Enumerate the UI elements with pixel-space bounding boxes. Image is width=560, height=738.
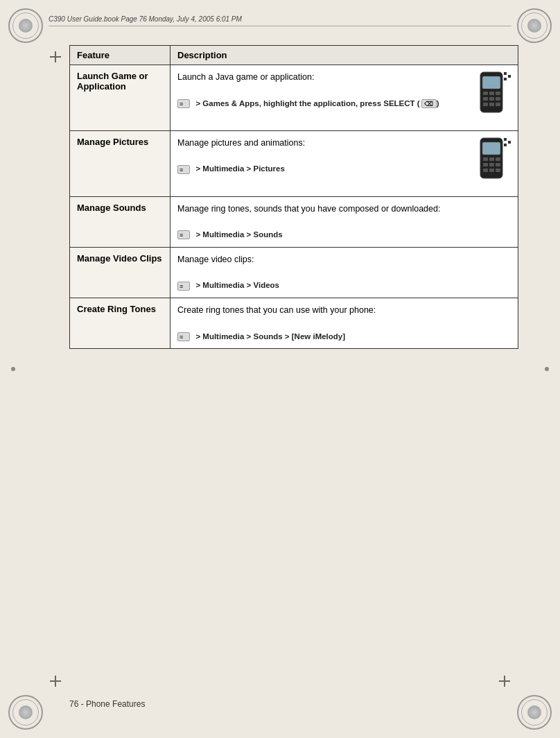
phone-illustration-2 — [475, 137, 511, 191]
svg-rect-23 — [489, 169, 494, 172]
compass-ornament-br — [517, 695, 552, 730]
desc-menu-1: > Games & Apps, highlight the applicatio… — [195, 99, 419, 108]
col-header-feature: Feature — [70, 46, 170, 65]
svg-rect-27 — [504, 144, 507, 146]
svg-rect-15 — [482, 142, 500, 155]
content-area: Feature Description Launch Game or Appli… — [69, 45, 518, 683]
feature-cell-4: Manage Video Clips — [70, 247, 170, 298]
feature-table: Feature Description Launch Game or Appli… — [69, 45, 518, 349]
menu-path-4: > Multimedia > Videos — [177, 281, 279, 289]
svg-rect-17 — [489, 157, 494, 161]
svg-rect-11 — [504, 72, 507, 75]
svg-rect-3 — [489, 92, 494, 95]
page-footer: 76 - Phone Features — [69, 699, 145, 709]
svg-rect-16 — [483, 157, 488, 161]
menu-button-icon-4 — [177, 282, 190, 291]
menu-button-icon-3 — [177, 230, 190, 239]
table-row: Create Ring Tones Create ring tones that… — [70, 298, 518, 349]
cross-mark-1 — [50, 51, 61, 62]
select-icon-1: ⌫ — [421, 99, 437, 108]
svg-rect-9 — [489, 103, 494, 106]
menu-button-icon-2 — [177, 165, 190, 174]
feature-cell-2: Manage Pictures — [70, 130, 170, 196]
svg-rect-13 — [504, 78, 507, 80]
svg-rect-1 — [482, 76, 500, 89]
desc-plain-3: Manage ring tones, sounds that you have … — [177, 204, 440, 214]
col-header-description: Description — [170, 46, 518, 65]
feature-cell-3: Manage Sounds — [70, 196, 170, 247]
menu-path-2: > Multimedia > Pictures — [177, 164, 285, 173]
svg-rect-26 — [508, 141, 511, 144]
menu-path-5: > Multimedia > Sounds > [New iMelody] — [177, 332, 345, 341]
table-row: Manage Sounds Manage ring tones, sounds … — [70, 196, 518, 247]
feature-label-2: Manage Pictures — [77, 137, 148, 147]
desc-plain-2: Manage pictures and animations: — [177, 138, 305, 148]
desc-cell-5: Create ring tones that you can use with … — [170, 298, 518, 349]
table-row: Manage Video Clips Manage video clips: >… — [70, 247, 518, 298]
svg-rect-10 — [496, 103, 500, 106]
svg-rect-2 — [483, 92, 488, 95]
svg-rect-7 — [496, 97, 500, 101]
svg-rect-12 — [508, 75, 511, 78]
svg-rect-18 — [496, 157, 500, 161]
feature-cell-5: Create Ring Tones — [70, 298, 170, 349]
mid-dot-left — [11, 367, 15, 371]
desc-cell-1: Launch a Java game or application: > Gam… — [170, 65, 518, 131]
svg-rect-8 — [483, 103, 488, 106]
feature-cell-1: Launch Game or Application — [70, 65, 170, 131]
svg-rect-4 — [496, 92, 500, 95]
desc-cell-4: Manage video clips: > Multimedia > Video… — [170, 247, 518, 298]
desc-cell-2: Manage pictures and animations: > Multim… — [170, 130, 518, 196]
feature-label-4: Manage Video Clips — [77, 253, 162, 264]
svg-rect-24 — [496, 169, 500, 172]
svg-rect-6 — [489, 97, 494, 101]
header-text: C390 User Guide.book Page 76 Monday, Jul… — [49, 15, 242, 23]
svg-rect-5 — [483, 97, 488, 101]
cross-mark-3 — [50, 676, 61, 687]
menu-icon-1: > Games & Apps, highlight the applicatio… — [177, 99, 439, 108]
table-row: Manage Pictures Manage pictures and anim… — [70, 130, 518, 196]
mid-dot-right — [545, 367, 549, 371]
svg-rect-20 — [489, 163, 494, 166]
table-row: Launch Game or Application Launch a Java… — [70, 65, 518, 131]
svg-rect-25 — [504, 138, 507, 141]
compass-ornament-tr — [517, 8, 552, 43]
phone-illustration-1 — [475, 71, 511, 125]
desc-plain-1: Launch a Java game or application: — [177, 72, 314, 82]
compass-ornament-bl — [8, 695, 43, 730]
feature-label-5: Create Ring Tones — [77, 304, 156, 314]
svg-rect-21 — [496, 163, 500, 166]
desc-cell-3: Manage ring tones, sounds that you have … — [170, 196, 518, 247]
svg-rect-22 — [483, 169, 488, 172]
compass-ornament-tl — [8, 8, 43, 43]
page-header: C390 User Guide.book Page 76 Monday, Jul… — [49, 15, 511, 26]
svg-rect-19 — [483, 163, 488, 166]
menu-button-icon-1 — [177, 99, 190, 108]
menu-path-3: > Multimedia > Sounds — [177, 230, 283, 239]
feature-label-1: Launch Game or Application — [77, 71, 148, 92]
feature-label-3: Manage Sounds — [77, 203, 146, 213]
footer-label: 76 - Phone Features — [69, 699, 145, 709]
desc-plain-5: Create ring tones that you can use with … — [177, 305, 376, 315]
desc-plain-4: Manage video clips: — [177, 255, 254, 264]
menu-button-icon-5 — [177, 332, 190, 341]
